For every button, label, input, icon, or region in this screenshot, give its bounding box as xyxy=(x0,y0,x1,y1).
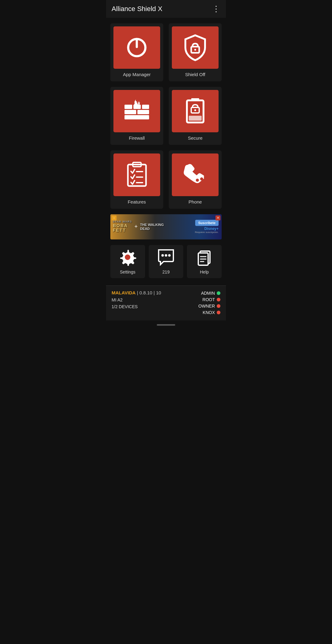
status-app-line: MALAVIDA | 0.8.10 | 10 xyxy=(112,290,161,296)
owner-dot xyxy=(217,304,220,308)
svg-point-14 xyxy=(194,109,196,111)
svg-rect-6 xyxy=(137,110,149,114)
tile-row-3: Features Phone xyxy=(110,150,222,208)
status-bar: MALAVIDA | 0.8.10 | 10 MI A2 1/2 DEVICES… xyxy=(106,285,226,320)
svg-point-26 xyxy=(165,254,167,257)
phone-icon-box xyxy=(172,153,219,196)
status-row: MALAVIDA | 0.8.10 | 10 MI A2 1/2 DEVICES… xyxy=(112,290,220,315)
svg-rect-4 xyxy=(124,115,149,119)
svg-rect-12 xyxy=(189,116,202,121)
shield-lock-icon xyxy=(183,34,208,61)
shield-off-icon-box xyxy=(172,26,219,69)
app-title: Alliance Shield X xyxy=(112,5,162,13)
root-dot xyxy=(217,298,220,301)
secure-icon-box xyxy=(172,90,219,132)
firewall-icon-box xyxy=(113,90,160,132)
nav-home xyxy=(106,320,226,328)
power-icon xyxy=(124,35,149,60)
features-label: Features xyxy=(128,199,146,204)
svg-rect-9 xyxy=(142,105,149,109)
root-label: ROOT xyxy=(203,297,215,302)
svg-point-3 xyxy=(194,49,196,51)
features-icon-box xyxy=(113,153,160,196)
ad-plus-text: + xyxy=(134,223,138,230)
settings-tile[interactable]: Settings xyxy=(110,245,145,278)
ad-disney-label: Disney+ xyxy=(204,227,219,231)
owner-label: OWNER xyxy=(198,304,215,308)
checklist-icon xyxy=(125,161,148,188)
ad-right-content: Suscríbete Disney+ Requiere suscripción. xyxy=(195,220,222,234)
battery-lock-icon xyxy=(184,97,206,125)
svg-point-22 xyxy=(204,176,207,179)
status-version: | 0.8.10 | 10 xyxy=(137,290,161,295)
phone-tile[interactable]: Phone xyxy=(169,150,222,208)
tile-row-2: Firewall Secure xyxy=(110,87,222,145)
app-manager-tile[interactable]: App Manager xyxy=(110,23,163,81)
svg-point-27 xyxy=(168,254,171,257)
status-right: ADMIN ROOT OWNER KNOX xyxy=(198,291,220,315)
svg-point-20 xyxy=(196,179,199,182)
settings-label: Settings xyxy=(120,270,136,274)
admin-label: ADMIN xyxy=(201,291,215,296)
svg-point-25 xyxy=(161,254,164,257)
app-manager-label: App Manager xyxy=(123,72,151,77)
settings-icon xyxy=(119,249,136,266)
chat-icon-wrap xyxy=(157,249,175,267)
admin-status: ADMIN xyxy=(201,291,220,296)
firewall-icon xyxy=(123,98,151,124)
root-status: ROOT xyxy=(203,297,220,302)
svg-rect-5 xyxy=(124,110,136,114)
ad-boba-text: STAR WARS BOBA FETT xyxy=(113,220,132,233)
firewall-label: Firewall xyxy=(129,135,145,141)
docs-icon xyxy=(196,249,213,266)
svg-rect-7 xyxy=(124,105,132,109)
messages-tile[interactable]: 219 xyxy=(149,245,184,278)
messages-label: 219 xyxy=(162,270,169,274)
settings-icon-wrap xyxy=(119,249,136,267)
admin-dot xyxy=(217,291,220,295)
help-tile[interactable]: Help xyxy=(187,245,222,278)
knox-label: KNOX xyxy=(203,310,215,315)
app-manager-icon-box xyxy=(113,26,160,69)
phone-label: Phone xyxy=(188,199,202,204)
main-content: App Manager Shield Off xyxy=(106,18,226,285)
ad-close-button[interactable]: ✕ xyxy=(215,215,220,220)
status-devices: 1/2 DEVICES xyxy=(112,304,161,309)
shield-off-label: Shield Off xyxy=(185,72,205,77)
ad-warning-icon: i xyxy=(112,215,117,220)
svg-point-24 xyxy=(125,254,130,260)
home-pill[interactable] xyxy=(157,324,175,326)
status-device: MI A2 xyxy=(112,297,161,302)
tile-row-1: App Manager Shield Off xyxy=(110,23,222,81)
ad-left-content: STAR WARS BOBA FETT + THE WALKING DEAD xyxy=(110,220,164,233)
ad-banner[interactable]: i STAR WARS BOBA FETT + THE WALKING DEAD… xyxy=(110,214,222,239)
knox-status: KNOX xyxy=(203,310,220,315)
ad-subscribe-button[interactable]: Suscríbete xyxy=(195,220,219,226)
bottom-tile-row: Settings 219 xyxy=(110,245,222,278)
knox-dot xyxy=(217,311,220,314)
features-tile[interactable]: Features xyxy=(110,150,163,208)
ad-fine-print: Requiere suscripción. xyxy=(195,231,219,234)
overflow-menu-button[interactable]: ⋮ xyxy=(212,4,220,14)
shield-off-tile[interactable]: Shield Off xyxy=(169,23,222,81)
status-left: MALAVIDA | 0.8.10 | 10 MI A2 1/2 DEVICES xyxy=(112,290,161,309)
top-bar: Alliance Shield X ⋮ xyxy=(106,0,226,18)
help-label: Help xyxy=(200,270,209,274)
svg-point-21 xyxy=(200,177,203,180)
docs-icon-wrap xyxy=(196,249,213,267)
chat-icon xyxy=(157,249,175,266)
ad-twd-text: THE WALKING DEAD xyxy=(140,223,164,230)
svg-rect-11 xyxy=(191,98,199,101)
secure-label: Secure xyxy=(188,135,203,141)
owner-status: OWNER xyxy=(198,304,220,308)
status-app-name: MALAVIDA xyxy=(112,290,136,295)
firewall-tile[interactable]: Firewall xyxy=(110,87,163,145)
secure-tile[interactable]: Secure xyxy=(169,87,222,145)
phone-dots-icon xyxy=(181,162,209,188)
